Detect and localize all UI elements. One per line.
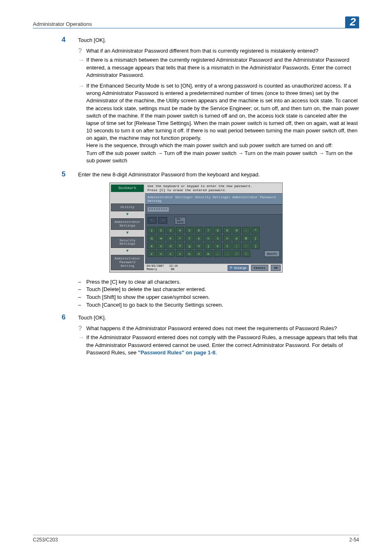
sidebar-password-setting[interactable]: Administrator Password Setting xyxy=(111,255,144,270)
key-0[interactable]: 0 xyxy=(233,227,241,234)
key-a[interactable]: a xyxy=(148,243,156,249)
key-\[interactable]: \ xyxy=(242,250,250,257)
key-7[interactable]: 7 xyxy=(204,227,212,234)
password-rules-link[interactable]: "Password Rules" on page 1-8 xyxy=(138,349,216,356)
bullet-text: Touch [Cancel] to go back to the Securit… xyxy=(86,301,223,309)
answer-arrow-icon: → xyxy=(78,82,86,164)
key-t[interactable]: t xyxy=(185,235,194,241)
down-arrow-icon: ▼ xyxy=(111,212,144,217)
key-b[interactable]: b xyxy=(185,250,194,257)
cursor-left-button[interactable]: ← xyxy=(148,217,157,224)
page-header: Administrator Operations 2 xyxy=(33,16,359,28)
key-;[interactable]: ; xyxy=(233,243,241,249)
down-arrow-icon: ▼ xyxy=(111,249,144,253)
bookmark-button[interactable]: Bookmark xyxy=(111,185,144,192)
bullet-text: Press the [C] key to clear all character… xyxy=(86,278,181,286)
shift-key[interactable]: Shift xyxy=(264,250,280,257)
qa-step-6: ? What happens if the Administrator Pass… xyxy=(78,325,359,356)
ok-button[interactable]: OK xyxy=(271,265,281,271)
step-5: 5 Enter the new 8-digit Administrator Pa… xyxy=(62,170,359,178)
cursor-right-button[interactable]: → xyxy=(158,217,167,224)
qa-step-4: ? What if an Administrator Password diff… xyxy=(78,47,359,164)
step-text: Enter the new 8-digit Administrator Pass… xyxy=(78,170,359,178)
key-n[interactable]: n xyxy=(195,250,203,257)
question-text: What if an Administrator Password differ… xyxy=(86,47,359,55)
footer-page: 2-54 xyxy=(349,537,359,543)
key-k[interactable]: k xyxy=(214,243,222,249)
enlarge-button[interactable]: 🔍 Enlarge xyxy=(228,265,248,271)
key-[[interactable]: [ xyxy=(251,235,260,241)
key-e[interactable]: e xyxy=(166,235,175,241)
step-number: 4 xyxy=(62,36,78,44)
key-5[interactable]: 5 xyxy=(185,227,194,234)
key-w[interactable]: w xyxy=(157,235,165,241)
key-,[interactable]: , xyxy=(214,250,222,257)
key-x[interactable]: x xyxy=(157,250,165,257)
key-.[interactable]: . xyxy=(223,250,231,257)
bullet-text: Touch [Shift] to show the upper case/sym… xyxy=(86,294,210,301)
screenshot-footer: 04/03/2007 13:16 Memory 0% 🔍 Enlarge Can… xyxy=(145,264,282,272)
key-@[interactable]: @ xyxy=(242,235,250,241)
footer-model: C253/C203 xyxy=(33,537,58,543)
key-i[interactable]: i xyxy=(214,235,222,241)
step-6: 6 Touch [OK]. xyxy=(62,313,359,321)
step-number: 6 xyxy=(62,313,78,321)
screenshot-sidebar: Bookmark Utility ▼ Administrator Setting… xyxy=(110,183,145,272)
key-j[interactable]: j xyxy=(204,243,212,249)
answer-text: If the Enhanced Security Mode is set to … xyxy=(86,82,359,164)
key-h[interactable]: h xyxy=(195,243,203,249)
key-o[interactable]: o xyxy=(223,235,231,241)
key-4[interactable]: 4 xyxy=(176,227,184,234)
answer-text: If there is a mismatch between the curre… xyxy=(86,56,359,79)
bullet-text: Touch [Delete] to delete the last charac… xyxy=(86,286,206,294)
step-number: 5 xyxy=(62,170,78,178)
question-icon: ? xyxy=(78,325,86,332)
key-f[interactable]: f xyxy=(176,243,184,249)
key-z[interactable]: z xyxy=(148,250,156,257)
key-^[interactable]: ^ xyxy=(251,227,260,234)
key-g[interactable]: g xyxy=(185,243,194,249)
key-p[interactable]: p xyxy=(233,235,241,241)
key-q[interactable]: q xyxy=(148,235,156,241)
key-d[interactable]: d xyxy=(166,243,175,249)
key-v[interactable]: v xyxy=(176,250,184,257)
step-text: Touch [OK]. xyxy=(78,36,359,44)
key-y[interactable]: y xyxy=(195,235,203,241)
key-/[interactable]: / xyxy=(233,250,241,257)
breadcrumb: Administrator Settings> Security Setting… xyxy=(145,193,282,205)
key-][interactable]: ] xyxy=(251,243,260,249)
chapter-number: 2 xyxy=(345,16,359,28)
onscreen-keyboard: ← → De-lete 1234567890-^ qwertyuiop@[ as… xyxy=(145,215,282,264)
key-8[interactable]: 8 xyxy=(214,227,222,234)
down-arrow-icon: ▼ xyxy=(111,231,144,235)
key-9[interactable]: 9 xyxy=(223,227,231,234)
key-1[interactable]: 1 xyxy=(148,227,156,234)
answer-arrow-icon: → xyxy=(78,334,86,356)
key-l[interactable]: l xyxy=(223,243,231,249)
answer-text: If the Administrator Password entered do… xyxy=(86,334,359,356)
key-m[interactable]: m xyxy=(204,250,212,257)
key-3[interactable]: 3 xyxy=(166,227,175,234)
key-c[interactable]: c xyxy=(166,250,175,257)
key-2[interactable]: 2 xyxy=(157,227,165,234)
keyboard-screenshot: Bookmark Utility ▼ Administrator Setting… xyxy=(109,183,283,272)
step-text: Touch [OK]. xyxy=(78,313,359,321)
key-6[interactable]: 6 xyxy=(195,227,203,234)
question-text: What happens if the Administrator Passwo… xyxy=(86,325,359,332)
password-input[interactable]: ******** xyxy=(148,207,169,212)
instruction-text: Use the keyboard or keypad to enter the … xyxy=(145,183,282,193)
sidebar-security-settings[interactable]: Security Settings xyxy=(111,237,144,248)
header-title: Administrator Operations xyxy=(33,21,92,27)
key--[interactable]: - xyxy=(242,227,250,234)
sidebar-admin-settings[interactable]: Administrator Settings xyxy=(111,218,144,230)
cancel-button[interactable]: Cancel xyxy=(251,265,269,271)
question-icon: ? xyxy=(78,47,86,55)
delete-button[interactable]: De-lete xyxy=(175,217,186,224)
sidebar-utility[interactable]: Utility xyxy=(111,204,144,211)
key-u[interactable]: u xyxy=(204,235,212,241)
step-5-bullets: –Press the [C] key to clear all characte… xyxy=(78,278,359,309)
page-footer: C253/C203 2-54 xyxy=(33,535,359,543)
key-r[interactable]: r xyxy=(176,235,184,241)
key-s[interactable]: s xyxy=(157,243,165,249)
key-:[interactable]: : xyxy=(242,243,250,249)
